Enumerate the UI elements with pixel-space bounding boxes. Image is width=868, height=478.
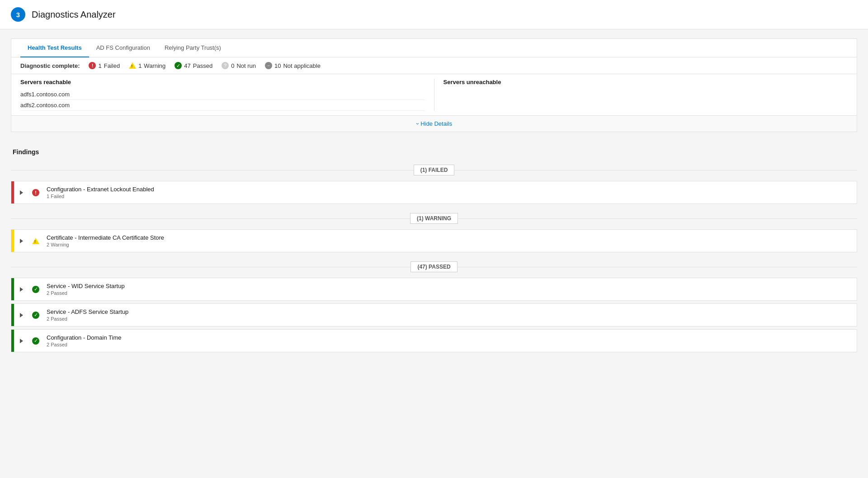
finding-content-passed-2: Configuration - Domain Time 2 Passed bbox=[43, 330, 857, 352]
finding-content-failed: Configuration - Extranet Lockout Enabled… bbox=[43, 181, 857, 204]
page-header: 3 Diagnostics Analyzer bbox=[0, 0, 868, 29]
notrun-count: 0 bbox=[231, 62, 234, 69]
divider-line-right bbox=[454, 170, 857, 170]
section-divider-passed: (47) PASSED bbox=[11, 261, 857, 272]
failed-count: 1 bbox=[98, 62, 101, 69]
main-card: Health Test Results AD FS Configuration … bbox=[11, 38, 857, 132]
servers-reachable-col: Servers reachable adfs1.contoso.com adfs… bbox=[20, 79, 425, 111]
findings-title: Findings bbox=[11, 148, 857, 156]
finding-name-failed: Configuration - Extranet Lockout Enabled bbox=[47, 186, 853, 193]
section-label-failed: (1) FAILED bbox=[414, 165, 455, 175]
na-label: Not applicable bbox=[283, 62, 320, 69]
tab-rpt[interactable]: Relying Party Trust(s) bbox=[157, 39, 228, 57]
finding-row-warning: Certificate - Intermediate CA Certificat… bbox=[11, 229, 857, 252]
servers-reachable-header: Servers reachable bbox=[20, 79, 425, 85]
finding-sub-failed: 1 Failed bbox=[47, 194, 853, 199]
finding-name-warning: Certificate - Intermediate CA Certificat… bbox=[47, 234, 853, 241]
passed-row-icon-1: ✓ bbox=[32, 312, 39, 319]
finding-sub-passed-0: 2 Passed bbox=[47, 290, 853, 296]
warning-row-icon bbox=[32, 238, 39, 244]
na-icon: – bbox=[265, 62, 272, 69]
failed-icon: ! bbox=[89, 62, 96, 69]
passed-count: 47 bbox=[184, 62, 190, 69]
tab-bar: Health Test Results AD FS Configuration … bbox=[11, 39, 857, 57]
finding-name-passed-1: Service - ADFS Service Startup bbox=[47, 308, 853, 315]
diagnostic-bar: Diagnostic complete: ! 1 Failed 1 Warnin… bbox=[11, 57, 857, 74]
finding-row-failed: ! Configuration - Extranet Lockout Enabl… bbox=[11, 181, 857, 204]
finding-name-passed-0: Service - WID Service Startup bbox=[47, 283, 853, 289]
servers-unreachable-header: Servers unreachable bbox=[443, 79, 848, 85]
passed-icon: ✓ bbox=[175, 62, 182, 69]
diag-na: – 10 Not applicable bbox=[265, 62, 321, 69]
hide-details-label: Hide Details bbox=[420, 120, 452, 127]
diag-passed: ✓ 47 Passed bbox=[175, 62, 212, 69]
divider-line-left bbox=[11, 170, 414, 170]
diag-failed: ! 1 Failed bbox=[89, 62, 120, 69]
page-title: Diagnostics Analyzer bbox=[32, 9, 116, 20]
failed-row-icon: ! bbox=[32, 189, 39, 196]
finding-name-passed-2: Configuration - Domain Time bbox=[47, 334, 853, 341]
finding-content-passed-1: Service - ADFS Service Startup 2 Passed bbox=[43, 304, 857, 326]
divider-line-right-w bbox=[458, 218, 857, 219]
passed-label: Passed bbox=[193, 62, 212, 69]
hide-details-button[interactable]: ‹ Hide Details bbox=[11, 116, 857, 132]
finding-row-passed-0: ✓ Service - WID Service Startup 2 Passed bbox=[11, 278, 857, 301]
divider-line-right-p bbox=[457, 267, 857, 267]
chevron-right-icon-p2 bbox=[20, 339, 23, 343]
chevron-right-icon-p1 bbox=[20, 313, 23, 317]
passed-row-icon-0: ✓ bbox=[32, 286, 39, 293]
section-divider-failed: (1) FAILED bbox=[11, 165, 857, 175]
divider-line-left-w bbox=[11, 218, 410, 219]
finding-expand-passed-2[interactable] bbox=[14, 330, 28, 352]
finding-content-warning: Certificate - Intermediate CA Certificat… bbox=[43, 230, 857, 252]
finding-sub-passed-1: 2 Passed bbox=[47, 316, 853, 322]
chevron-right-icon-p0 bbox=[20, 287, 23, 292]
diagnostic-prefix: Diagnostic complete: bbox=[20, 62, 80, 69]
findings-section: Findings (1) FAILED ! Configuration - Ex… bbox=[11, 141, 857, 362]
finding-icon-failed: ! bbox=[28, 181, 43, 204]
diag-warning: 1 Warning bbox=[129, 62, 165, 69]
step-badge: 3 bbox=[11, 7, 25, 22]
warning-icon bbox=[129, 62, 136, 69]
finding-icon-warning bbox=[28, 230, 43, 252]
chevron-up-icon: ‹ bbox=[413, 123, 420, 124]
warning-count: 1 bbox=[138, 62, 142, 69]
finding-content-passed-0: Service - WID Service Startup 2 Passed bbox=[43, 278, 857, 300]
section-label-warning: (1) WARNING bbox=[410, 213, 458, 224]
finding-sub-warning: 2 Warning bbox=[47, 242, 853, 247]
servers-section: Servers reachable adfs1.contoso.com adfs… bbox=[11, 74, 857, 116]
finding-expand-warning[interactable] bbox=[14, 230, 28, 252]
chevron-right-icon-w bbox=[20, 239, 23, 243]
finding-icon-passed-1: ✓ bbox=[28, 304, 43, 326]
tab-adfs[interactable]: AD FS Configuration bbox=[89, 39, 157, 57]
servers-unreachable-col: Servers unreachable bbox=[443, 79, 848, 111]
failed-label: Failed bbox=[104, 62, 120, 69]
notrun-label: Not run bbox=[236, 62, 256, 69]
finding-expand-passed-0[interactable] bbox=[14, 278, 28, 300]
server-divider bbox=[434, 79, 434, 111]
finding-sub-passed-2: 2 Passed bbox=[47, 342, 853, 347]
finding-row-passed-2: ✓ Configuration - Domain Time 2 Passed bbox=[11, 329, 857, 352]
diag-notrun: ? 0 Not run bbox=[222, 62, 256, 69]
passed-row-icon-2: ✓ bbox=[32, 337, 39, 345]
tab-health[interactable]: Health Test Results bbox=[20, 39, 89, 57]
notrun-icon: ? bbox=[222, 62, 229, 69]
finding-icon-passed-2: ✓ bbox=[28, 330, 43, 352]
main-content: Health Test Results AD FS Configuration … bbox=[0, 29, 868, 371]
section-label-passed: (47) PASSED bbox=[410, 261, 457, 272]
server-entry: adfs1.contoso.com bbox=[20, 89, 425, 100]
divider-line-left-p bbox=[11, 267, 411, 267]
server-entry: adfs2.contoso.com bbox=[20, 100, 425, 111]
finding-expand-passed-1[interactable] bbox=[14, 304, 28, 326]
warning-label: Warning bbox=[144, 62, 165, 69]
finding-icon-passed-0: ✓ bbox=[28, 278, 43, 300]
finding-expand-failed[interactable] bbox=[14, 181, 28, 204]
na-count: 10 bbox=[274, 62, 281, 69]
section-divider-warning: (1) WARNING bbox=[11, 213, 857, 224]
chevron-right-icon bbox=[20, 190, 23, 195]
finding-row-passed-1: ✓ Service - ADFS Service Startup 2 Passe… bbox=[11, 303, 857, 327]
